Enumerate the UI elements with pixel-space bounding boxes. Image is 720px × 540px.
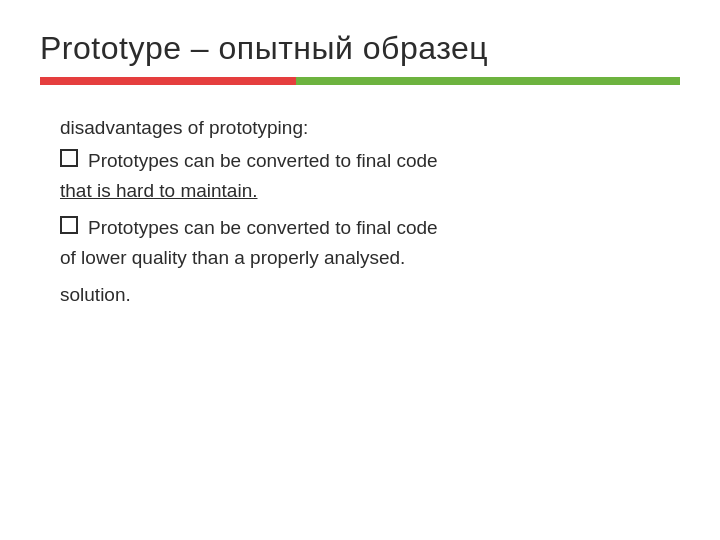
bullet-line-1: Prototypes can be converted to final cod… [60, 146, 660, 175]
bullet-line-2: Prototypes can be converted to final cod… [60, 213, 660, 242]
slide-title: Prototype – опытный образец [40, 30, 680, 67]
bullet2-line2: of lower quality than a properly analyse… [60, 247, 405, 268]
intro-text: disadvantages of prototyping: [60, 113, 660, 142]
bullet1-line1: Prototypes can be converted to final cod… [88, 146, 438, 175]
slide-content: disadvantages of prototyping: Prototypes… [40, 113, 680, 310]
solution-text: solution. [60, 280, 660, 309]
bullet-block-2: Prototypes can be converted to final cod… [60, 213, 660, 272]
accent-bar [40, 77, 680, 85]
checkbox-icon-2 [60, 216, 78, 234]
bullet1-continuation: that is hard to maintain. [60, 176, 660, 205]
bullet2-line1: Prototypes can be converted to final cod… [88, 213, 438, 242]
bullet-block-1: Prototypes can be converted to final cod… [60, 146, 660, 205]
bullet2-continuation: of lower quality than a properly analyse… [60, 243, 660, 272]
checkbox-icon-1 [60, 149, 78, 167]
slide: Prototype – опытный образец disadvantage… [0, 0, 720, 540]
bullet1-line2: that is hard to maintain. [60, 180, 258, 201]
